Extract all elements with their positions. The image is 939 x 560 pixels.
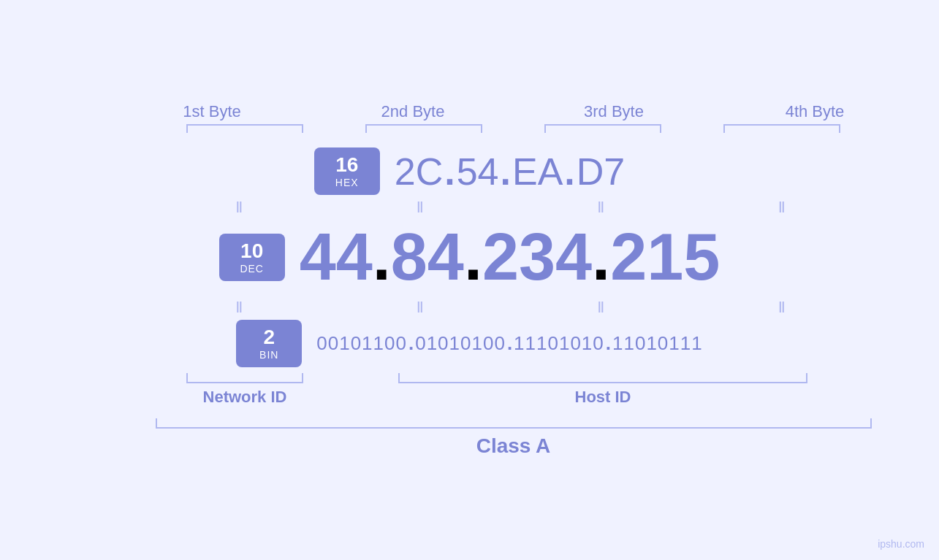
main-container: 1st Byte 2nd Byte 3rd Byte 4th Byte 16 H…	[68, 102, 872, 458]
dec-base-num: 10	[240, 240, 263, 263]
equals-sign-1-4: II	[778, 198, 784, 217]
equals-2-1: II	[148, 298, 330, 317]
host-bracket-wrap	[335, 373, 872, 383]
byte-header-3: 3rd Byte	[514, 102, 715, 121]
equals-sign-1-3: II	[597, 198, 603, 217]
byte-header-4: 4th Byte	[715, 102, 916, 121]
bracket-top-4	[723, 124, 840, 133]
equals-2-3: II	[510, 298, 691, 317]
class-bracket	[156, 418, 872, 429]
id-labels: Network ID Host ID	[156, 388, 872, 407]
equals-2-4: II	[691, 298, 872, 317]
class-section: Class A	[156, 418, 872, 458]
dec-byte-1: 44	[300, 220, 373, 295]
network-bracket-wrap	[156, 373, 335, 383]
byte-header-1: 1st Byte	[112, 102, 313, 121]
dec-dot-1: .	[373, 220, 391, 295]
byte-header-2: 2nd Byte	[313, 102, 514, 121]
bin-base-label: BIN	[259, 349, 278, 361]
bin-byte-1: 00101100	[316, 332, 407, 355]
top-bracket-1	[156, 124, 335, 133]
equals-row-1: II II II II	[148, 198, 872, 217]
dec-byte-3: 234	[482, 220, 592, 295]
hex-badge: 16 HEX	[314, 147, 380, 195]
bottom-section: Network ID Host ID	[156, 373, 872, 407]
dec-dot-3: .	[592, 220, 610, 295]
equals-sign-2-2: II	[417, 298, 422, 317]
hex-byte-4: D7	[577, 150, 625, 193]
host-bracket	[398, 373, 807, 383]
equals-sign-1-1: II	[235, 198, 241, 217]
hex-byte-1: 2C	[395, 150, 443, 193]
bin-byte-4: 11010111	[612, 332, 703, 355]
network-bracket	[186, 373, 303, 383]
hex-byte-3: EA	[512, 150, 563, 193]
hex-row: 16 HEX 2C . 54 . EA . D7	[314, 147, 626, 195]
bin-byte-2: 01010100	[415, 332, 506, 355]
bin-base-num: 2	[263, 326, 275, 349]
byte-headers-row: 1st Byte 2nd Byte 3rd Byte 4th Byte	[112, 102, 916, 121]
dec-values-area: 44 . 84 . 234 . 215	[300, 220, 721, 295]
bin-dot-1: .	[407, 332, 415, 355]
watermark: ipshu.com	[878, 538, 924, 550]
hex-dot-1: .	[443, 150, 456, 193]
dec-dot-2: .	[464, 220, 482, 295]
equals-row-2: II II II II	[148, 298, 872, 317]
bin-dot-3: .	[604, 332, 612, 355]
top-bracket-3	[514, 124, 693, 133]
equals-1-1: II	[148, 198, 330, 217]
bin-row: 2 BIN 00101100 . 01010100 . 11101010 . 1…	[236, 320, 702, 367]
hex-base-num: 16	[335, 154, 358, 177]
bin-values-area: 00101100 . 01010100 . 11101010 . 1101011…	[316, 332, 702, 355]
hex-dot-3: .	[563, 150, 576, 193]
bin-badge: 2 BIN	[236, 320, 302, 367]
hex-dot-2: .	[499, 150, 512, 193]
equals-2-2: II	[329, 298, 510, 317]
equals-1-3: II	[510, 198, 691, 217]
top-bracket-4	[693, 124, 872, 133]
bin-dot-2: .	[506, 332, 514, 355]
bin-byte-3: 11101010	[514, 332, 604, 355]
host-id-label: Host ID	[335, 388, 872, 407]
bracket-top-2	[365, 124, 482, 133]
bracket-top-3	[544, 124, 661, 133]
equals-sign-1-2: II	[417, 198, 422, 217]
dec-byte-2: 84	[391, 220, 464, 295]
dec-row: 10 DEC 44 . 84 . 234 . 215	[219, 220, 721, 295]
dec-badge: 10 DEC	[219, 234, 285, 281]
equals-sign-2-1: II	[235, 298, 241, 317]
equals-sign-2-3: II	[597, 298, 603, 317]
hex-values-area: 2C . 54 . EA . D7	[395, 150, 626, 193]
dec-byte-4: 215	[610, 220, 720, 295]
hex-base-label: HEX	[335, 177, 359, 188]
equals-sign-2-4: II	[778, 298, 784, 317]
equals-1-2: II	[329, 198, 510, 217]
dec-base-label: DEC	[240, 263, 264, 275]
hex-byte-2: 54	[457, 150, 499, 193]
equals-1-4: II	[691, 198, 872, 217]
top-brackets	[156, 124, 872, 133]
network-id-label: Network ID	[156, 388, 335, 407]
bottom-brackets	[156, 373, 872, 383]
bracket-top-1	[186, 124, 303, 133]
class-label: Class A	[156, 434, 872, 458]
top-bracket-2	[335, 124, 514, 133]
